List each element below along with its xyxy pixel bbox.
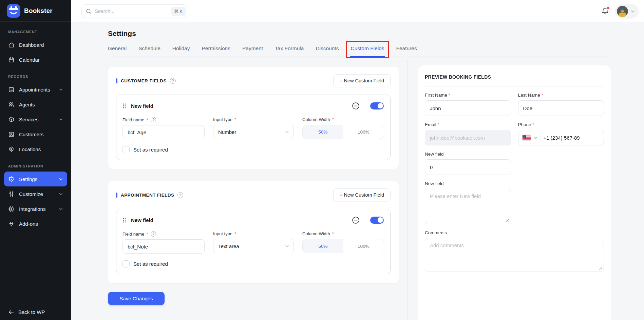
width-100-option[interactable]: 100% [343,125,384,139]
input-type-label: Input type* [213,231,294,236]
notifications-button[interactable] [601,7,609,16]
drag-handle-icon[interactable] [123,218,126,223]
search-field[interactable] [95,8,168,14]
avatar [617,6,628,17]
input-type-select[interactable]: Number [213,125,294,139]
sidebar-item-settings[interactable]: Settings [4,172,67,186]
tab-discounts[interactable]: Discounts [316,45,339,52]
width-50-option[interactable]: 50% [303,239,343,253]
phone-input[interactable]: +1 (234) 567-89 [518,130,604,145]
tab-payment[interactable]: Payment [242,45,263,52]
customers-icon [8,131,15,138]
new-field-label: New field [425,152,511,157]
required-asterisk: * [438,122,439,127]
sidebar-item-label: Dashboard [19,42,44,48]
sidebar-item-label: Agents [19,102,35,107]
set-as-required-label: Set as required [133,261,168,267]
preview-first-name-group: First Name * [425,93,511,116]
chevron-down-icon [285,244,289,248]
preview-comments-group: Comments [425,230,604,272]
locations-icon [8,146,15,153]
divider [365,216,365,224]
field-name-input[interactable] [122,125,205,139]
search-icon [86,8,92,14]
sidebar-item-agents[interactable]: Agents [4,97,67,112]
chevron-down-icon [533,136,538,140]
set-as-required-checkbox[interactable] [122,146,130,153]
width-100-option[interactable]: 100% [343,239,384,253]
sidebar-item-customers[interactable]: Customers [4,127,67,142]
sidebar-item-calendar[interactable]: Calendar [4,52,67,67]
set-as-required-checkbox[interactable] [122,260,130,267]
column-width-label: Column Width* [302,231,384,236]
new-custom-field-button[interactable]: + New Custom Field [333,74,391,87]
page-title: Settings [108,29,136,38]
sidebar-item-customize[interactable]: Customize [4,186,67,201]
chevron-down-icon [285,129,289,134]
save-changes-button[interactable]: Save Changes [108,292,165,305]
field-name-input[interactable] [122,239,205,254]
sidebar-item-label: Settings [19,176,37,182]
sidebar-item-addons[interactable]: Add-ons [4,216,67,231]
sidebar-item-locations[interactable]: Locations [4,142,67,157]
new-custom-field-button[interactable]: + New Custom Field [333,188,391,201]
preview-booking-fields-panel: PREVIEW BOOKING FIELDS First Name * Last… [418,65,611,320]
input-type-select[interactable]: Text area [213,239,294,253]
sidebar-item-appointments[interactable]: Appointments [4,82,67,97]
required-asterisk: * [332,117,334,122]
field-enabled-toggle[interactable] [370,217,384,224]
bookster-logo-icon [7,4,20,18]
remove-field-icon[interactable] [352,102,360,110]
divider [541,134,541,141]
width-50-option[interactable]: 50% [303,125,343,139]
help-icon[interactable]: ? [151,117,156,122]
preview-new-field-textarea-group: New field [425,181,511,224]
custom-field-title: New field [131,217,153,223]
tab-features[interactable]: Features [396,45,417,52]
input-type-value: Number [218,129,236,135]
services-icon [8,116,15,123]
preview-last-name-group: Last Name * [518,93,604,116]
help-icon[interactable]: ? [170,78,176,84]
new-field-number-input[interactable] [425,159,511,175]
new-field-textarea[interactable] [425,189,511,224]
tab-general[interactable]: General [108,45,127,52]
search-shortcut-badge: ⌘ K [171,7,186,16]
appointment-fields-title: APPOINTMENT FIELDS [121,193,174,198]
field-enabled-toggle[interactable] [370,102,384,109]
user-menu[interactable] [615,4,639,19]
content-divider [407,59,408,320]
sidebar: Bookster MANAGEMENT Dashboard Calendar R… [0,0,71,320]
brand: Bookster [0,0,71,22]
customer-fields-title: CUSTOMER FIELDS [121,78,167,83]
sidebar-item-integrations[interactable]: Integrations [4,201,67,216]
required-asterisk: * [234,231,236,236]
agents-icon [8,101,15,108]
comments-textarea[interactable] [425,238,604,272]
field-name-group: Field name* ? [122,231,205,254]
tab-schedule[interactable]: Schedule [138,45,160,52]
chevron-down-icon [630,9,635,14]
sidebar-item-label: Customers [19,132,44,137]
chevron-down-icon [59,207,63,211]
custom-field-card: New field Field name* ? [116,209,391,274]
tab-holiday[interactable]: Holiday [172,45,190,52]
search-input[interactable]: ⌘ K [81,4,188,18]
chevron-down-icon [59,177,63,181]
sidebar-item-dashboard[interactable]: Dashboard [4,37,67,52]
sidebar-item-label: Add-ons [19,221,38,227]
help-icon[interactable]: ? [177,192,183,198]
back-to-wp-link[interactable]: Back to WP [0,304,71,320]
input-type-group: Input type* Text area [213,231,294,254]
sidebar-item-services[interactable]: Services [4,112,67,127]
help-icon[interactable]: ? [151,231,156,237]
drag-handle-icon[interactable] [123,103,126,108]
tab-tax-formula[interactable]: Tax Formula [275,45,304,52]
first-name-input[interactable] [425,100,511,116]
last-name-input[interactable] [518,100,604,116]
custom-field-card: New field Field name* ? [116,95,391,160]
tab-custom-fields[interactable]: Custom Fields [351,45,384,52]
remove-field-icon[interactable] [352,216,360,224]
tab-permissions[interactable]: Permissions [202,45,230,52]
custom-field-title: New field [131,103,153,109]
